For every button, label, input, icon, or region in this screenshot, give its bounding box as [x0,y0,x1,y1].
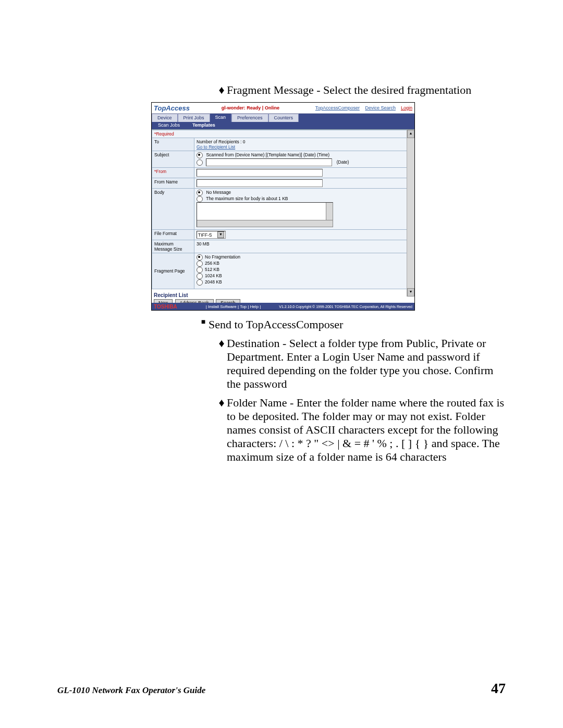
topaccess-footer: TOSHIBA | Install Software | Top | Help … [152,303,414,310]
fileformat-select[interactable]: TIFF-S▼ [197,231,226,239]
cell-subject: Scanned from (Device Name) [(Template Na… [194,151,407,168]
main-nav: Device Print Jobs Scan Preferences Count… [152,114,414,122]
label-body: Body [152,189,194,230]
fromname-input[interactable] [197,179,323,187]
subject-template-text: Scanned from (Device Name) [(Template Na… [206,152,329,157]
diamond-bullet-icon: ♦ [216,83,227,97]
topaccess-screenshot: TopAccess gl-wonder: Ready | Online TopA… [151,102,415,311]
col-lastname[interactable]: ▼Last Name [165,310,248,311]
footer-copyright: V1.2.10.0 Copyright © 1999-2001 TOSHIBA … [279,305,412,309]
nav-scan[interactable]: Scan [210,114,232,122]
device-status: gl-wonder: Ready | Online [222,105,279,110]
cell-fragpage: No Fragmentation 256 KB 512 KB 1024 KB 2… [194,253,407,289]
footer-brand: TOSHIBA [154,304,177,310]
radio-frag-256[interactable] [197,261,203,267]
sub-nav: Scan Jobs Templates [152,122,414,129]
link-login[interactable]: Login [401,105,412,110]
frag-opt-1: 256 KB [205,261,219,266]
section-heading-row: ■ Send to TopAccessComposer [198,318,506,331]
nav-preferences[interactable]: Preferences [231,114,268,122]
chevron-down-icon: ▼ [217,231,224,238]
bullet-destination: ♦ Destination - Select a folder type fro… [216,337,506,391]
radio-frag-512[interactable] [197,267,203,273]
cell-fromname [194,178,407,189]
nav-counters[interactable]: Counters [268,114,299,122]
frag-opt-2: 512 KB [205,267,219,272]
form-area: ▲ ▼ *Required To Number of Recipients : … [152,129,414,297]
textarea-hscroll-icon[interactable] [197,220,333,227]
bullet-destination-text: Destination - Select a folder type from … [227,337,493,390]
diamond-bullet-icon: ♦ [216,337,227,391]
bullet-foldername: ♦ Folder Name - Enter the folder name wh… [216,396,506,464]
link-composer[interactable]: TopAccessComposer [315,105,360,110]
label-fragpage: Fragment Page [152,253,194,289]
subject-date-label: (Date) [337,159,349,165]
scroll-up-icon[interactable]: ▲ [407,130,414,138]
diamond-bullet-icon: ♦ [216,396,227,464]
cell-to: Number of Recipients : 0 Go to Recipient… [194,138,407,151]
col-firstname[interactable]: First Name [248,310,330,311]
fragment-intro-text: Fragment Message - Select the desired fr… [227,83,471,96]
square-bullet-icon: ■ [198,318,209,331]
scroll-down-icon[interactable]: ▼ [407,288,414,297]
radio-body-none[interactable] [197,190,203,196]
footer-guide-title: GL-1010 Network Fax Operator's Guide [57,685,205,696]
topaccess-logo: TopAccess [154,104,190,112]
footer-page-number: 47 [491,680,506,697]
cell-from [194,168,407,178]
radio-body-msg[interactable] [197,196,203,202]
nav-printjobs[interactable]: Print Jobs [178,114,210,122]
header-links: TopAccessComposer Device Search [311,105,396,110]
required-note: *Required [152,130,407,138]
subnav-scanjobs[interactable]: Scan Jobs [152,122,186,129]
page-footer: GL-1010 Network Fax Operator's Guide 47 [57,680,506,697]
cell-maxsize: 30 MB [194,240,407,253]
subject-input[interactable] [206,158,332,166]
col-email[interactable]: Email Address [329,310,412,311]
frag-opt-0: No Fragmentation [205,254,240,260]
body-none-text: No Message [206,190,231,195]
label-fromname: From Name [152,178,194,189]
frag-opt-4: 2048 KB [205,279,222,285]
cell-fileformat: TIFF-S▼ [194,230,407,240]
label-from: *From [152,168,194,178]
link-device-search[interactable]: Device Search [365,105,396,110]
radio-frag-none[interactable] [197,254,203,261]
label-maxsize: Maximum Message Size [152,240,194,253]
link-recipient-list[interactable]: Go to Recipient List [197,144,235,150]
fileformat-value: TIFF-S [198,232,212,238]
topaccess-header: TopAccess gl-wonder: Ready | Online TopA… [152,103,414,114]
from-input[interactable] [197,169,323,177]
radio-subject-template[interactable] [197,152,203,158]
cell-body: No Message The maximum size for body is … [194,189,407,230]
footer-center-links[interactable]: | Install Software | Top | Help | [206,304,261,309]
section-heading-text: Send to TopAccessComposer [209,318,343,331]
label-fileformat: File Format [152,230,194,240]
recipients-count: Number of Recipients : 0 [197,139,246,144]
radio-frag-2048[interactable] [197,279,203,286]
nav-device[interactable]: Device [152,114,178,122]
body-textarea[interactable] [197,202,333,227]
recipient-list-heading: Recipient List [152,289,414,299]
subnav-templates[interactable]: Templates [186,122,222,129]
radio-frag-1024[interactable] [197,273,203,279]
radio-subject-custom[interactable] [197,159,203,166]
label-subject: Subject [152,151,194,168]
frag-opt-3: 1024 KB [205,273,222,278]
label-to: To [152,138,194,151]
fragment-intro: ♦ Fragment Message - Select the desired … [216,83,506,97]
bullet-foldername-text: Folder Name - Enter the folder name wher… [227,396,504,463]
form-scrollbar[interactable]: ▲ ▼ [407,130,414,297]
settings-table: *Required To Number of Recipients : 0 Go… [152,130,407,289]
body-msg-text: The maximum size for body is about 1 KB [206,196,288,201]
